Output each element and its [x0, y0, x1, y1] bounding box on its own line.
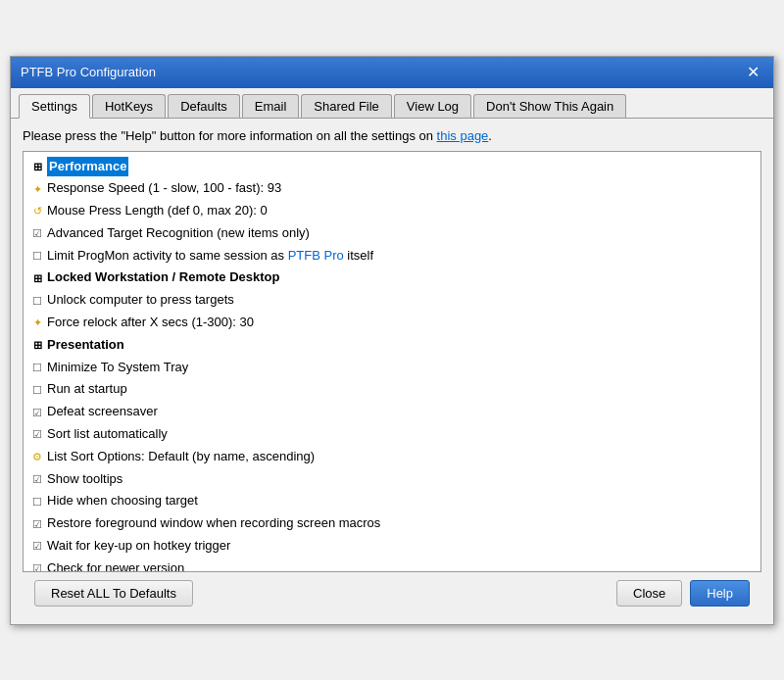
- checkbox-unchecked-icon: ☐: [29, 382, 45, 398]
- ptfb-link[interactable]: PTFB Pro: [288, 248, 344, 263]
- title-bar: PTFB Pro Configuration ✕: [11, 57, 773, 88]
- list-item: ☑ Show tooltips: [27, 468, 757, 491]
- list-item: ☐ Hide when choosing target: [27, 490, 757, 512]
- arrow-icon: ↺: [29, 203, 45, 219]
- list-item: ☐ Unlock computer to press targets: [27, 289, 757, 312]
- tab-dontshow[interactable]: Don't Show This Again: [473, 94, 626, 118]
- list-item: ⚙ List Sort Options: Default (by name, a…: [27, 446, 757, 468]
- settings-content: Please press the "Help" button for more …: [11, 119, 773, 624]
- list-item: ✦ Response Speed (1 - slow, 100 - fast):…: [27, 177, 757, 200]
- category-performance: ⊞ Performance: [27, 156, 757, 178]
- checkbox-checked-icon: ☑: [29, 225, 45, 241]
- main-window: PTFB Pro Configuration ✕ Settings HotKey…: [10, 56, 774, 625]
- window-title: PTFB Pro Configuration: [21, 65, 156, 79]
- list-item: ☑ Advanced Target Recognition (new items…: [27, 222, 757, 245]
- checkbox-checked-icon: ☑: [29, 471, 45, 487]
- gear-icon: ✦: [29, 315, 45, 330]
- list-item: ☐ Limit ProgMon activity to same session…: [27, 245, 757, 267]
- close-window-button[interactable]: ✕: [743, 65, 763, 80]
- checkbox-unchecked-icon: ☐: [29, 248, 45, 264]
- category-locked: ⊞ Locked Workstation / Remote Desktop: [27, 267, 757, 289]
- tab-defaults[interactable]: Defaults: [168, 94, 240, 118]
- list-item: ☑ Wait for key-up on hotkey trigger: [27, 535, 757, 558]
- category-icon: ⊞: [29, 159, 45, 174]
- list-item: ✦ Force relock after X secs (1-300): 30: [27, 312, 757, 334]
- list-item: ↺ Mouse Press Length (def 0, max 20): 0: [27, 200, 757, 222]
- checkbox-checked-icon: ☑: [29, 426, 45, 442]
- tab-viewlog[interactable]: View Log: [394, 94, 471, 118]
- category-label: Performance: [47, 157, 128, 177]
- category-icon: ⊞: [29, 270, 45, 286]
- help-button[interactable]: Help: [690, 580, 750, 607]
- checkbox-unchecked-icon: ☐: [29, 494, 45, 510]
- list-item: ☐ Minimize To System Tray: [27, 357, 757, 379]
- category-icon: ⊞: [29, 337, 45, 353]
- list-item: ☑ Check for newer version: [27, 558, 757, 572]
- category-presentation: ⊞ Presentation: [27, 334, 757, 357]
- help-text: Please press the "Help" button for more …: [23, 128, 761, 143]
- tab-settings[interactable]: Settings: [19, 94, 90, 119]
- footer-left: Reset ALL To Defaults: [34, 580, 193, 607]
- list-item: ☑ Defeat screensaver: [27, 401, 757, 423]
- list-item: ☑ Restore foreground window when recordi…: [27, 512, 757, 535]
- checkbox-checked-icon: ☑: [29, 538, 45, 554]
- checkbox-checked-icon: ☑: [29, 560, 45, 571]
- list-item: ☐ Run at startup: [27, 378, 757, 401]
- checkbox-unchecked-icon: ☐: [29, 360, 45, 375]
- reset-button[interactable]: Reset ALL To Defaults: [34, 580, 193, 607]
- close-button[interactable]: Close: [616, 580, 682, 607]
- checkbox-checked-icon: ☑: [29, 516, 45, 532]
- tab-hotkeys[interactable]: HotKeys: [92, 94, 166, 118]
- help-link[interactable]: this page: [437, 128, 489, 143]
- star-icon: ✦: [29, 181, 45, 197]
- footer-right: Close Help: [616, 580, 750, 607]
- tab-email[interactable]: Email: [242, 94, 300, 118]
- checkbox-unchecked-icon: ☐: [29, 293, 45, 309]
- checkbox-checked-icon: ☑: [29, 405, 45, 420]
- settings-panel[interactable]: ⊞ Performance ✦ Response Speed (1 - slow…: [23, 151, 761, 572]
- tab-bar: Settings HotKeys Defaults Email Shared F…: [11, 88, 773, 119]
- list-item: ☑ Sort list automatically: [27, 423, 757, 446]
- settings-list: ⊞ Performance ✦ Response Speed (1 - slow…: [24, 152, 760, 572]
- gear-icon: ⚙: [29, 449, 45, 464]
- tab-sharedfile[interactable]: Shared File: [301, 94, 391, 118]
- footer: Reset ALL To Defaults Close Help: [23, 572, 761, 614]
